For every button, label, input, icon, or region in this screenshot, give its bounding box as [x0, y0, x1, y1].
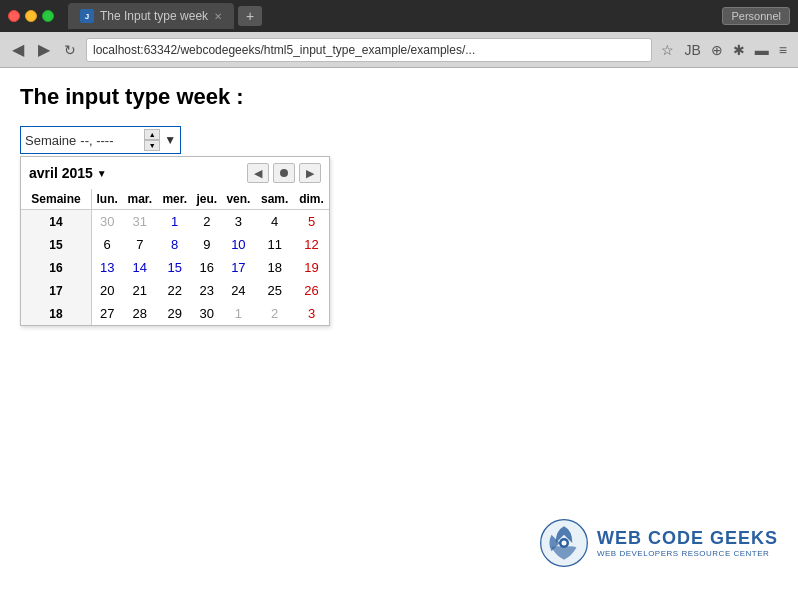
spinner-down-button[interactable]: ▼ — [144, 140, 160, 151]
calendar-day[interactable]: 12 — [294, 233, 329, 256]
page-title: The input type week : — [20, 84, 778, 110]
col-header-semaine: Semaine — [21, 189, 92, 210]
calendar-navigation: ◀ ▶ — [247, 163, 321, 183]
page-content: The input type week : Semaine --, ---- ▲… — [0, 68, 798, 342]
tab-area: J The Input type week ✕ + — [68, 3, 716, 29]
col-header-ven: ven. — [221, 189, 255, 210]
personnel-button[interactable]: Personnel — [722, 7, 790, 25]
calendar-day[interactable]: 18 — [255, 256, 294, 279]
more-icon[interactable]: ≡ — [776, 40, 790, 60]
calendar-popup: avril 2015 ▼ ◀ ▶ Semaine — [20, 156, 330, 326]
calendar-day[interactable]: 25 — [255, 279, 294, 302]
maximize-window-button[interactable] — [42, 10, 54, 22]
calendar-day[interactable]: 28 — [122, 302, 157, 325]
forward-button[interactable]: ▶ — [34, 38, 54, 61]
calendar-day[interactable]: 13 — [92, 256, 123, 279]
calendar-day[interactable]: 7 — [122, 233, 157, 256]
close-window-button[interactable] — [8, 10, 20, 22]
calendar-day[interactable]: 14 — [122, 256, 157, 279]
title-bar: J The Input type week ✕ + Personnel — [0, 0, 798, 32]
week-dropdown-button[interactable]: ▼ — [164, 133, 176, 147]
week-number[interactable]: 14 — [21, 210, 92, 234]
calendar-day[interactable]: 11 — [255, 233, 294, 256]
tab-favicon: J — [80, 9, 94, 23]
bookmark-icon[interactable]: ☆ — [658, 40, 677, 60]
week-spinner[interactable]: ▲ ▼ — [144, 129, 160, 151]
calendar-day[interactable]: 17 — [221, 256, 255, 279]
calendar-day[interactable]: 26 — [294, 279, 329, 302]
calendar-day[interactable]: 3 — [294, 302, 329, 325]
wcg-sub-text: WEB DEVELOPERS RESOURCE CENTER — [597, 549, 769, 558]
col-header-lun: lun. — [92, 189, 123, 210]
table-row[interactable]: 14303112345 — [21, 210, 329, 234]
extensions-icon[interactable]: ✱ — [730, 40, 748, 60]
week-input-wrapper: Semaine --, ---- ▲ ▼ ▼ avril 2015 ▼ ◀ — [20, 126, 330, 326]
spinner-up-button[interactable]: ▲ — [144, 129, 160, 140]
calendar-day[interactable]: 22 — [157, 279, 192, 302]
calendar-day[interactable]: 4 — [255, 210, 294, 234]
col-header-mar: mar. — [122, 189, 157, 210]
table-row[interactable]: 1613141516171819 — [21, 256, 329, 279]
week-number[interactable]: 16 — [21, 256, 92, 279]
calendar-day[interactable]: 19 — [294, 256, 329, 279]
week-label: Semaine — [25, 133, 76, 148]
next-month-button[interactable]: ▶ — [299, 163, 321, 183]
new-tab-button[interactable]: + — [238, 6, 262, 26]
back-button[interactable]: ◀ — [8, 38, 28, 61]
week-input[interactable]: Semaine --, ---- ▲ ▼ ▼ — [20, 126, 181, 154]
sync-icon[interactable]: ⊕ — [708, 40, 726, 60]
calendar-day[interactable]: 31 — [122, 210, 157, 234]
week-value: --, ---- — [80, 133, 140, 148]
calendar-day[interactable]: 10 — [221, 233, 255, 256]
calendar-day[interactable]: 1 — [221, 302, 255, 325]
col-header-dim: dim. — [294, 189, 329, 210]
nav-icons: ☆ JB ⊕ ✱ ▬ ≡ — [658, 40, 790, 60]
traffic-lights — [8, 10, 54, 22]
browser-tab[interactable]: J The Input type week ✕ — [68, 3, 234, 29]
calendar-day[interactable]: 15 — [157, 256, 192, 279]
calendar-day[interactable]: 30 — [192, 302, 221, 325]
week-number[interactable]: 17 — [21, 279, 92, 302]
calendar-grid: Semaine lun. mar. mer. jeu. ven. sam. di… — [21, 189, 329, 325]
prev-month-button[interactable]: ◀ — [247, 163, 269, 183]
wcg-text: WEB CODE GEEKS WEB DEVELOPERS RESOURCE C… — [597, 528, 778, 558]
calendar-day[interactable]: 30 — [92, 210, 123, 234]
address-bar[interactable] — [86, 38, 652, 62]
today-dot-icon — [280, 169, 288, 177]
week-number[interactable]: 15 — [21, 233, 92, 256]
minimize-window-button[interactable] — [25, 10, 37, 22]
today-button[interactable] — [273, 163, 295, 183]
page-wrapper: The input type week : Semaine --, ---- ▲… — [0, 68, 798, 588]
table-row[interactable]: 156789101112 — [21, 233, 329, 256]
calendar-day[interactable]: 1 — [157, 210, 192, 234]
calendar-day[interactable]: 20 — [92, 279, 123, 302]
calendar-day[interactable]: 9 — [192, 233, 221, 256]
tab-close-button[interactable]: ✕ — [214, 11, 222, 22]
calendar-day[interactable]: 2 — [255, 302, 294, 325]
wcg-main-text: WEB CODE GEEKS — [597, 528, 778, 549]
calendar-day[interactable]: 16 — [192, 256, 221, 279]
table-row[interactable]: 1827282930123 — [21, 302, 329, 325]
week-number[interactable]: 18 — [21, 302, 92, 325]
refresh-button[interactable]: ↻ — [60, 40, 80, 60]
profile-icon[interactable]: JB — [681, 40, 703, 60]
calendar-day[interactable]: 29 — [157, 302, 192, 325]
calendar-day[interactable]: 21 — [122, 279, 157, 302]
col-header-mer: mer. — [157, 189, 192, 210]
calendar-header-row: Semaine lun. mar. mer. jeu. ven. sam. di… — [21, 189, 329, 210]
col-header-jeu: jeu. — [192, 189, 221, 210]
nav-bar: ◀ ▶ ↻ ☆ JB ⊕ ✱ ▬ ≡ — [0, 32, 798, 68]
menu-icon[interactable]: ▬ — [752, 40, 772, 60]
calendar-day[interactable]: 5 — [294, 210, 329, 234]
wcg-logo-icon — [539, 518, 589, 568]
calendar-day[interactable]: 23 — [192, 279, 221, 302]
calendar-day[interactable]: 6 — [92, 233, 123, 256]
table-row[interactable]: 1720212223242526 — [21, 279, 329, 302]
calendar-day[interactable]: 24 — [221, 279, 255, 302]
calendar-day[interactable]: 8 — [157, 233, 192, 256]
calendar-day[interactable]: 27 — [92, 302, 123, 325]
calendar-day[interactable]: 2 — [192, 210, 221, 234]
tab-title: The Input type week — [100, 9, 208, 23]
calendar-day[interactable]: 3 — [221, 210, 255, 234]
month-year-button[interactable]: avril 2015 ▼ — [29, 165, 107, 181]
